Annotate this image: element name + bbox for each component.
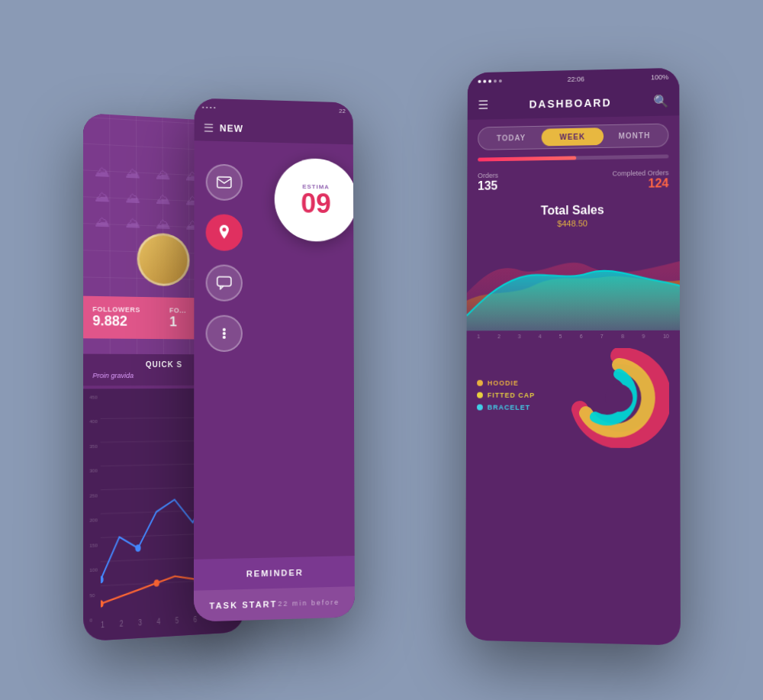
task-start-button[interactable]: TASK START 22 min before: [194, 586, 355, 622]
chart-y-label: 300: [89, 468, 97, 473]
signal-dot: [494, 79, 497, 82]
x-label: 8: [621, 333, 624, 338]
chart-y-label: 250: [89, 493, 97, 498]
signal-dot: [499, 79, 502, 82]
clock: 22:06: [568, 75, 584, 82]
mountain-icon: ⛰: [152, 165, 174, 183]
stats-row: Orders 135 Completed Orders 124: [467, 166, 679, 199]
chart-y-label: 350: [89, 444, 97, 448]
signal-dots: [478, 79, 501, 83]
chart-y-label: 200: [89, 518, 97, 523]
legend-item-bracelet: BRACELET: [477, 403, 562, 411]
x-label: 6: [580, 333, 583, 338]
x-label: 7: [600, 333, 604, 338]
mid-body: ESTIMA 09: [194, 140, 355, 617]
svg-point-25: [223, 327, 226, 331]
dots-mid: • • • •: [202, 103, 216, 110]
legend-label-hoodie: HOODIE: [488, 379, 519, 386]
mountain-icon: ⛰: [121, 163, 144, 182]
svg-point-27: [223, 335, 226, 338]
header-mid: ☰ NEW: [195, 115, 353, 144]
estimate-value: 09: [301, 189, 330, 217]
task-start-label: TASK START: [209, 599, 277, 611]
x-label: 5: [559, 334, 562, 339]
legend-dot-hoodie: [477, 379, 483, 385]
legend-label-fitted: FITTED CAP: [488, 391, 535, 398]
mountain-icon: ⛰: [91, 162, 114, 180]
tab-today[interactable]: TODAY: [481, 128, 542, 147]
more-button[interactable]: [206, 315, 243, 351]
orders-value: 135: [478, 179, 498, 192]
legend-dot-fitted: [477, 392, 483, 398]
legend-item-fitted: FITTED CAP: [477, 391, 562, 398]
completed-label: Completed Orders: [613, 169, 669, 177]
quick-text: Proin gravida: [92, 371, 134, 379]
mail-button[interactable]: [206, 163, 243, 201]
progress-fill: [478, 156, 576, 161]
phone-mid: • • • • 22 ☰ NEW ESTIMA 09: [194, 98, 355, 621]
chart-y-label: 450: [89, 395, 97, 399]
donut-legend: HOODIE FITTED CAP BRACELET: [477, 379, 562, 415]
svg-rect-24: [217, 276, 231, 285]
location-button[interactable]: [206, 214, 243, 251]
bottom-buttons: REMINDER TASK START 22 min before: [194, 556, 355, 622]
followers-label: Followers: [92, 305, 158, 313]
mountain-icon: ⛰: [121, 214, 144, 232]
tab-bar: TODAY WEEK MONTH: [478, 123, 668, 150]
orders-block: Orders 135: [478, 171, 498, 192]
phone-mid-title: NEW: [220, 123, 243, 134]
area-chart: [467, 231, 680, 331]
svg-point-11: [101, 600, 104, 608]
followers-block: Followers 9.882: [92, 305, 158, 329]
total-sales-value: $448.50: [478, 218, 669, 229]
time-mid: 22: [339, 107, 346, 114]
legend-item-hoodie: HOODIE: [477, 379, 562, 386]
chat-button[interactable]: [206, 264, 243, 301]
chart-x-axis: 1 2 3 4 5 6 7 8 9 10: [467, 333, 681, 338]
chart-y-label: 0: [89, 617, 97, 622]
completed-value: 124: [613, 176, 669, 191]
menu-icon-mid[interactable]: ☰: [204, 121, 214, 134]
mountain-icon: ⛰: [121, 189, 144, 207]
svg-text:1: 1: [101, 619, 105, 629]
svg-point-12: [154, 579, 159, 586]
signal-dot: [483, 79, 486, 82]
chart-y-label: 150: [89, 542, 97, 547]
search-icon[interactable]: 🔍: [653, 93, 668, 108]
mountain-icon: ⛰: [91, 187, 114, 205]
scene: ⛰ ⛰ ⛰ ⛰ ⛰ ⛰ ⛰ ⛰ ⛰ ⛰ ⛰ ⛰ ⛰ ⛰ ⛰ • • • • ☰ …: [69, 53, 694, 648]
x-label: 4: [539, 334, 542, 339]
battery: 100%: [651, 73, 668, 80]
action-buttons: [206, 163, 243, 352]
chart-y-label: 400: [89, 419, 97, 424]
donut-chart: [569, 347, 669, 447]
header-right: ☰ DASHBOARD 🔍: [468, 85, 680, 119]
x-label: 10: [663, 333, 669, 338]
svg-text:2: 2: [120, 618, 124, 628]
svg-text:5: 5: [175, 615, 179, 625]
tab-week[interactable]: WEEK: [542, 127, 604, 146]
mountain-icon: ⛰: [91, 212, 114, 231]
total-sales-area: Total Sales $448.50: [467, 196, 680, 229]
menu-icon-right[interactable]: ☰: [478, 98, 488, 112]
reminder-button[interactable]: REMINDER: [194, 556, 355, 591]
mountain-icon: ⛰: [152, 190, 175, 208]
legend-label-bracelet: BRACELET: [488, 403, 530, 411]
donut-section: HOODIE FITTED CAP BRACELET: [466, 338, 680, 457]
x-label: 9: [642, 333, 645, 338]
signal-dot: [488, 79, 491, 82]
x-label: 2: [497, 334, 501, 339]
x-label: 1: [477, 334, 480, 339]
svg-rect-22: [217, 176, 231, 187]
svg-point-26: [223, 331, 226, 334]
orders-label: Orders: [478, 171, 498, 179]
legend-dot-bracelet: [477, 404, 483, 410]
completed-block: Completed Orders 124: [613, 169, 669, 191]
x-label: 3: [518, 334, 521, 339]
chart-y-label: 100: [89, 567, 97, 573]
total-sales-title: Total Sales: [478, 202, 669, 218]
tab-month[interactable]: MONTH: [604, 126, 666, 144]
svg-text:4: 4: [156, 616, 160, 626]
progress-bar: [478, 154, 668, 161]
dashboard-title: DASHBOARD: [488, 95, 653, 110]
